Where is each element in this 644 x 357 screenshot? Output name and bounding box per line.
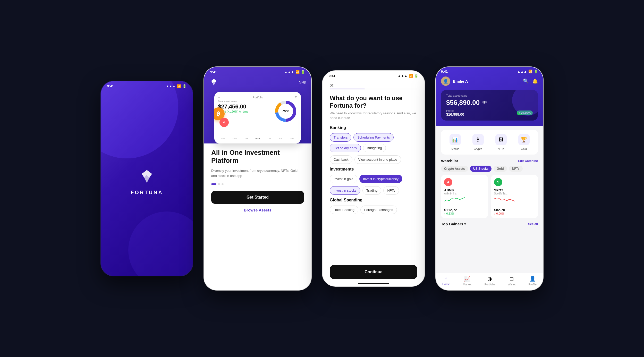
continue-button[interactable]: Continue bbox=[330, 265, 417, 279]
action-gold[interactable]: 🏆 Gold bbox=[518, 134, 530, 150]
dashboard-top-bar: 👤 Emilie A 🔍 🔔 bbox=[441, 76, 538, 86]
wifi-2: 📶 bbox=[295, 70, 300, 74]
nav-portfolio[interactable]: ◑ Portfolio bbox=[485, 276, 495, 286]
tab-us-stocks[interactable]: US Stocks bbox=[470, 166, 492, 172]
banking-tags: Transfers Scheduling Payments Get salary… bbox=[330, 133, 417, 152]
see-all-link[interactable]: See all bbox=[528, 222, 538, 226]
dashboard-body: 📊 Stocks ₿ Crypto 🖼 NFTs 🏆 Gold bbox=[436, 126, 543, 273]
tag-invest-gold[interactable]: Invest in gold bbox=[330, 175, 357, 183]
search-icon[interactable]: 🔍 bbox=[523, 78, 529, 84]
tag-transfers[interactable]: Transfers bbox=[330, 133, 351, 142]
status-bar-1: 9:41 ▲▲▲ 📶 🔋 bbox=[101, 81, 193, 89]
profit-percent: 23.00% bbox=[521, 111, 531, 114]
portfolio-mockup: ← Portfolio ⊞ Total asset value $27,456.… bbox=[214, 92, 301, 143]
tag-cashback[interactable]: Cashback bbox=[330, 155, 352, 164]
banking-label: Banking bbox=[330, 125, 417, 130]
chevron-down-icon: ▾ bbox=[464, 222, 466, 226]
investments-label: Investments bbox=[330, 167, 417, 172]
home-label: Home bbox=[442, 283, 450, 286]
tab-gold[interactable]: Gold bbox=[494, 166, 507, 172]
tag-view-account[interactable]: View account in one place bbox=[354, 155, 401, 164]
signal-2: ▲▲▲ bbox=[284, 70, 294, 74]
close-icon[interactable]: ✕ bbox=[330, 82, 334, 89]
stock-card-spot[interactable]: S SPOT Spotify Te... $82.70 ↓ 0.06% bbox=[491, 175, 538, 218]
tag-budgeting[interactable]: Budgeting bbox=[363, 144, 386, 152]
profit-percent-icon: ↑ bbox=[519, 111, 521, 114]
get-started-button[interactable]: Get Started bbox=[211, 191, 304, 204]
nfts-icon-circle: 🖼 bbox=[495, 134, 507, 145]
status-bar-3: 9:41 ▲▲▲ 📶 🔋 bbox=[323, 71, 425, 79]
profit-amount: $16,988.00 bbox=[446, 112, 464, 116]
eye-icon[interactable]: 👁 bbox=[482, 100, 487, 105]
browse-assets-link[interactable]: Browse Assets bbox=[211, 208, 304, 212]
tab-nfts[interactable]: NFTs bbox=[509, 166, 523, 172]
watchlist-header: Watchlist Edit watchlist bbox=[441, 159, 538, 163]
tag-invest-crypto[interactable]: Invest in cryptocurrency bbox=[359, 175, 402, 183]
profile-icon: 👤 bbox=[529, 276, 536, 282]
edit-watchlist-link[interactable]: Edit watchlist bbox=[518, 159, 538, 163]
tab-crypto-assets[interactable]: Crypto Assets bbox=[441, 166, 468, 172]
nav-wallet[interactable]: ◻ Wallet bbox=[508, 276, 515, 286]
wallet-icon: ◻ bbox=[510, 276, 514, 282]
status-time-1: 9:41 bbox=[107, 84, 114, 88]
spot-price: $82.70 bbox=[494, 208, 535, 212]
action-stocks[interactable]: 📊 Stocks bbox=[450, 134, 461, 150]
action-crypto[interactable]: ₿ Crypto bbox=[472, 134, 484, 150]
tag-invest-stocks[interactable]: Invest in stocks bbox=[330, 186, 360, 195]
logo-text: FORTUNA bbox=[131, 190, 163, 196]
banking-tags-2: Cashback View account in one place bbox=[330, 155, 417, 164]
phone-dashboard: 9:41 ▲▲▲ 📶 🔋 👤 Emilie A 🔍 🔔 bbox=[435, 66, 544, 291]
logo-small bbox=[209, 78, 218, 87]
abnb-logo: A bbox=[444, 178, 452, 186]
tag-nfts[interactable]: NFTs bbox=[383, 186, 399, 195]
profile-label: Profile bbox=[529, 283, 537, 286]
header-icons: 🔍 🔔 bbox=[523, 78, 538, 84]
donut-chart: 75% bbox=[274, 100, 297, 123]
profit-row: Profits $16,988.00 ↑ 23.00% bbox=[446, 109, 533, 116]
stocks-icon-circle: 📊 bbox=[450, 134, 461, 145]
svg-text:75%: 75% bbox=[282, 109, 290, 113]
status-bar-4: 9:41 ▲▲▲ 📶 🔋 bbox=[441, 70, 538, 73]
tag-trading[interactable]: Trading bbox=[362, 186, 382, 195]
signal-icon: ▲▲▲ bbox=[166, 84, 176, 88]
action-nfts[interactable]: 🖼 NFTs bbox=[495, 134, 507, 150]
signal-4: ▲▲▲ bbox=[517, 70, 527, 73]
nav-home[interactable]: ⌂ Home bbox=[442, 276, 450, 286]
grid-icon: ⊞ bbox=[295, 96, 297, 99]
abnb-symbol: ABNB bbox=[444, 188, 485, 192]
nav-profile[interactable]: 👤 Profile bbox=[529, 276, 537, 286]
dashboard-header: 9:41 ▲▲▲ 📶 🔋 👤 Emilie A 🔍 🔔 bbox=[436, 67, 543, 126]
asset-card: Total asset value $56,890.00 👁 Profits $… bbox=[441, 90, 538, 121]
investments-tags: Invest in gold Invest in cryptocurrency bbox=[330, 175, 417, 183]
skip-button[interactable]: Skip bbox=[299, 80, 306, 84]
tag-scheduling[interactable]: Scheduling Payments bbox=[353, 133, 394, 142]
battery-icon: 🔋 bbox=[182, 84, 187, 88]
tag-forex[interactable]: Foreign Exchanges bbox=[360, 206, 397, 214]
spot-chart bbox=[494, 196, 515, 204]
bell-icon[interactable]: 🔔 bbox=[532, 78, 538, 84]
asset-label: Total asset value bbox=[446, 94, 533, 97]
phone-selection: 9:41 ▲▲▲ 📶 🔋 ✕ What do you want to use F… bbox=[322, 70, 425, 287]
logo-icon bbox=[138, 167, 156, 185]
home-indicator bbox=[358, 283, 389, 284]
avatar: 👤 bbox=[441, 76, 450, 86]
status-icons-4: ▲▲▲ 📶 🔋 bbox=[517, 70, 538, 73]
battery-3: 🔋 bbox=[414, 74, 418, 78]
status-icons-2: ▲▲▲ 📶 🔋 bbox=[284, 70, 305, 74]
nav-market[interactable]: 📈 Market bbox=[463, 276, 472, 286]
wifi-4: 📶 bbox=[528, 70, 532, 73]
onboarding-headline: All in One Investment Platform bbox=[211, 149, 304, 165]
tag-salary[interactable]: Get salary early bbox=[330, 144, 361, 152]
phone-onboarding: 9:41 ▲▲▲ 📶 🔋 Skip ← Por bbox=[204, 66, 312, 291]
spot-symbol: SPOT bbox=[494, 188, 535, 192]
watchlist-title: Watchlist bbox=[441, 159, 458, 163]
dot-active bbox=[211, 183, 216, 185]
stocks-action-label: Stocks bbox=[451, 147, 459, 150]
profit-badge: ↑ 23.00% bbox=[517, 110, 533, 115]
scene: 9:41 ▲▲▲ 📶 🔋 FORTUNA bbox=[0, 0, 644, 357]
airbnb-badge: A bbox=[219, 118, 229, 127]
spot-company: Spotify Te... bbox=[494, 192, 535, 195]
tag-hotel[interactable]: Hotel Booking bbox=[330, 206, 358, 214]
stock-card-abnb[interactable]: A ABNB Airbnb, Inc. $112,72 ↑ 0.33% bbox=[441, 175, 488, 218]
global-tags: Hotel Booking Foreign Exchanges bbox=[330, 206, 417, 214]
